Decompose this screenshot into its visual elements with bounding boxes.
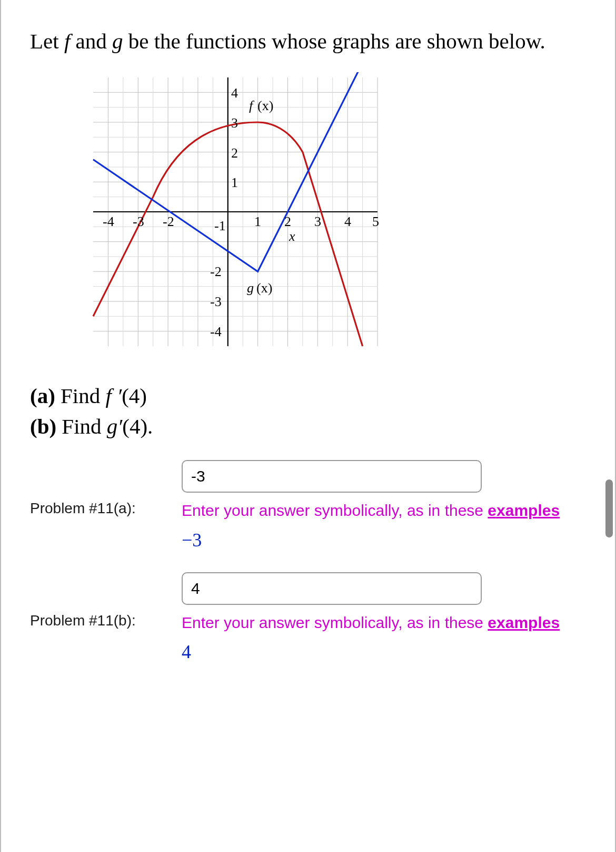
- svg-text:x: x: [289, 229, 295, 244]
- svg-text:-4: -4: [210, 324, 222, 339]
- hint-b: Enter your answer symbolically, as in th…: [182, 612, 586, 634]
- svg-text:-4: -4: [103, 214, 114, 229]
- svg-text:3: 3: [314, 214, 321, 229]
- problem-prompt: Let f and g be the functions whose graph…: [30, 26, 586, 56]
- examples-link[interactable]: examples: [488, 614, 560, 631]
- svg-text:-2: -2: [163, 214, 174, 229]
- subquestion-a: (a) Find f ′(4): [30, 383, 586, 408]
- parsed-a: −3: [182, 529, 586, 551]
- answer-right-b: Enter your answer symbolically, as in th…: [182, 572, 586, 663]
- text: Find: [56, 414, 107, 438]
- examples-link[interactable]: examples: [488, 502, 560, 519]
- parsed-b: 4: [182, 641, 586, 663]
- arg: (4).: [122, 414, 153, 438]
- answer-row-b: Problem #11(b): Enter your answer symbol…: [30, 572, 586, 663]
- svg-text:(x): (x): [257, 98, 273, 113]
- svg-text:(x): (x): [256, 280, 272, 296]
- label-a: (a): [30, 384, 55, 408]
- answers-block: Problem #11(a): Enter your answer symbol…: [30, 460, 586, 663]
- answer-label-a: Problem #11(a):: [30, 460, 182, 517]
- svg-text:f: f: [249, 98, 255, 113]
- svg-text:4: 4: [344, 214, 351, 229]
- answer-right-a: Enter your answer symbolically, as in th…: [182, 460, 586, 551]
- label-b: (b): [30, 414, 56, 438]
- page: Let f and g be the functions whose graph…: [0, 0, 616, 852]
- text: and: [70, 29, 112, 53]
- subquestion-b: (b) Find g′(4).: [30, 414, 586, 439]
- svg-text:-3: -3: [133, 214, 144, 229]
- chart: -4 -3 -2 -1 1 2 3 4 5 1 2 3 4 -2 -3 -4: [88, 72, 383, 351]
- svg-text:2: 2: [284, 214, 291, 229]
- svg-text:1: 1: [231, 175, 238, 190]
- svg-text:-3: -3: [210, 294, 222, 309]
- svg-text:5: 5: [372, 214, 379, 229]
- arg: (4): [122, 384, 147, 408]
- var-g: g: [112, 29, 123, 53]
- answer-input-b[interactable]: [182, 572, 482, 605]
- answer-label-b: Problem #11(b):: [30, 572, 182, 629]
- svg-text:2: 2: [231, 145, 238, 161]
- svg-text:1: 1: [254, 214, 261, 229]
- content: Let f and g be the functions whose graph…: [1, 0, 615, 705]
- chart-svg: -4 -3 -2 -1 1 2 3 4 5 1 2 3 4 -2 -3 -4: [88, 72, 383, 351]
- svg-text:4: 4: [231, 85, 238, 101]
- svg-text:-1: -1: [214, 218, 226, 233]
- text: be the functions whose graphs are shown …: [123, 29, 545, 53]
- svg-text:-2: -2: [210, 264, 222, 279]
- var-f: f: [64, 29, 70, 53]
- hint-text: Enter your answer symbolically, as in th…: [182, 502, 488, 519]
- text: Let: [30, 29, 64, 53]
- fn: f ′: [106, 384, 122, 408]
- answer-row-a: Problem #11(a): Enter your answer symbol…: [30, 460, 586, 551]
- text: Find: [55, 384, 106, 408]
- hint-text: Enter your answer symbolically, as in th…: [182, 614, 488, 631]
- fn: g′: [107, 414, 122, 438]
- svg-text:3: 3: [231, 115, 238, 131]
- hint-a: Enter your answer symbolically, as in th…: [182, 500, 586, 522]
- scrollbar-thumb[interactable]: [605, 479, 613, 537]
- answer-input-a[interactable]: [182, 460, 482, 493]
- svg-text:g: g: [247, 280, 254, 296]
